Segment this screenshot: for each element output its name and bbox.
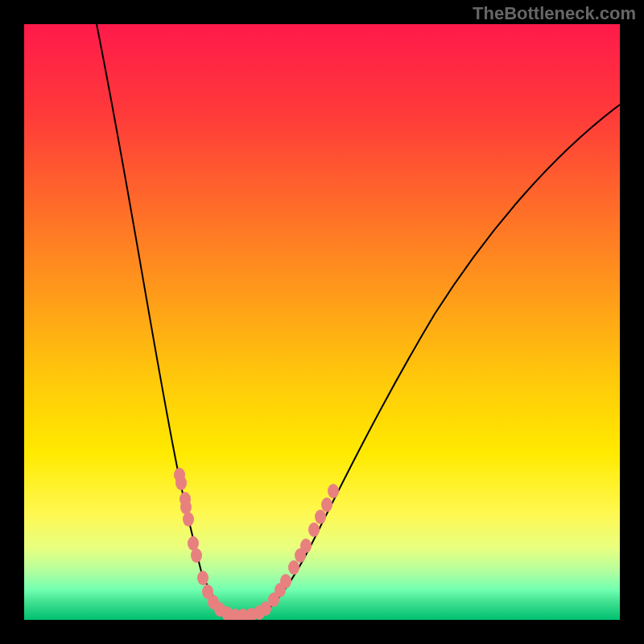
data-point: [280, 574, 291, 588]
data-point: [175, 476, 187, 490]
watermark-text: TheBottleneck.com: [473, 3, 636, 24]
data-point: [308, 522, 320, 537]
data-point: [300, 539, 312, 553]
bottleneck-curve: [97, 24, 620, 616]
chart-container: [24, 24, 620, 620]
data-point: [288, 560, 299, 575]
curve-overlay: [24, 24, 620, 620]
data-point: [183, 512, 194, 526]
data-point: [321, 497, 332, 512]
data-point: [315, 510, 326, 524]
data-point: [180, 500, 192, 514]
data-point: [328, 484, 339, 498]
data-point: [191, 548, 202, 563]
data-points-group: [174, 468, 339, 620]
data-point: [197, 571, 208, 585]
